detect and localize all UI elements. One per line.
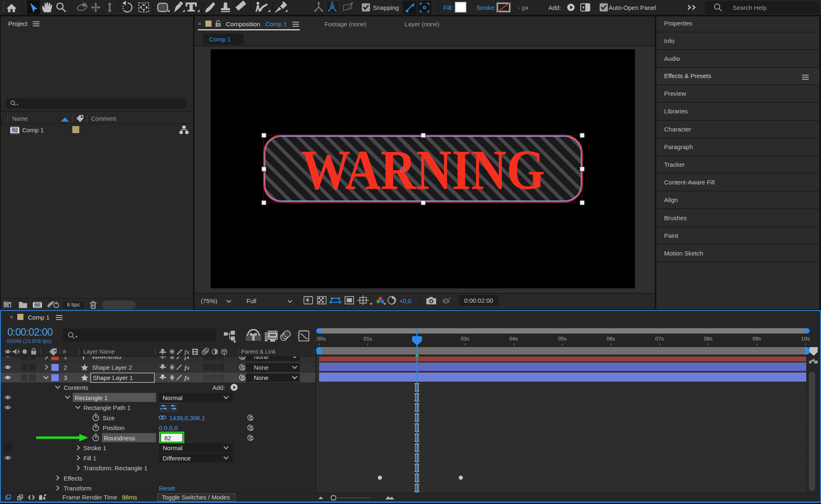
svg-text:Shape Layer 2: Shape Layer 2 xyxy=(92,364,132,371)
svg-text:WARNING: WARNING xyxy=(92,357,122,360)
svg-text:3: 3 xyxy=(64,374,67,381)
svg-text:Difference: Difference xyxy=(163,455,191,462)
svg-text:2: 2 xyxy=(64,364,67,371)
svg-text:1439,0,306,1: 1439,0,306,1 xyxy=(169,414,205,421)
svg-text:fx: fx xyxy=(184,364,190,371)
svg-text:Position: Position xyxy=(103,424,124,431)
svg-text:Transform: Rectangle 1: Transform: Rectangle 1 xyxy=(83,465,147,472)
svg-text:None: None xyxy=(254,357,269,360)
svg-text:Rectangle Path 1: Rectangle Path 1 xyxy=(83,404,131,411)
svg-text:None: None xyxy=(254,374,269,381)
svg-text:82: 82 xyxy=(164,435,171,442)
svg-text:Stroke 1: Stroke 1 xyxy=(83,444,106,451)
svg-text:Reset: Reset xyxy=(159,485,175,492)
svg-text:Normal: Normal xyxy=(163,394,182,401)
svg-text:None: None xyxy=(254,364,269,371)
svg-text:fx: fx xyxy=(184,375,190,381)
svg-text:Add:: Add: xyxy=(212,384,225,391)
svg-text:Rectangle 1: Rectangle 1 xyxy=(75,394,108,401)
svg-text:Roundness: Roundness xyxy=(104,435,135,442)
svg-text:T: T xyxy=(81,357,86,361)
svg-text:Transform: Transform xyxy=(64,485,92,492)
svg-text:Normal: Normal xyxy=(163,444,182,451)
svg-text:fx: fx xyxy=(184,357,190,360)
svg-text:fx: fx xyxy=(184,349,190,355)
svg-text:Size: Size xyxy=(103,414,115,421)
svg-text:0,0,0,0: 0,0,0,0 xyxy=(159,424,178,431)
svg-text:1: 1 xyxy=(64,357,67,360)
svg-text:Shape Layer 1: Shape Layer 1 xyxy=(93,374,133,381)
svg-text:Fill 1: Fill 1 xyxy=(83,455,97,462)
svg-text:Effects: Effects xyxy=(64,475,83,482)
svg-text:Contents: Contents xyxy=(64,384,88,391)
